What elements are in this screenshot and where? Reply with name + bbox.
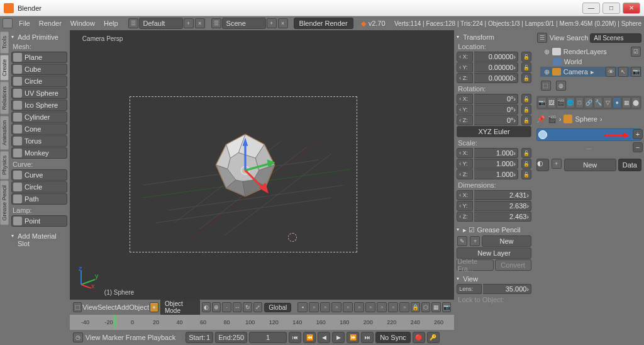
view-panel-header[interactable]: View (457, 273, 531, 283)
add-ico-sphere-button[interactable]: Ico Sphere (11, 99, 67, 111)
material-slot[interactable] (536, 128, 641, 141)
timeline-ruler[interactable]: -40-200204060801001201401601802002202402… (70, 315, 454, 330)
tl-menu-playback[interactable]: Playback (148, 334, 176, 341)
menu-file[interactable]: File (14, 18, 35, 28)
tree-row-renderlayers[interactable]: ⊕RenderLayers☑ (540, 47, 641, 57)
prop-tab-material[interactable]: ● (613, 97, 621, 108)
dim-y-field[interactable]: 2.638 › (474, 201, 531, 211)
add-plane-button[interactable]: Plane (11, 52, 67, 63)
tab-relations[interactable]: Relations (0, 82, 9, 115)
tab-create[interactable]: Create (0, 55, 9, 81)
vp-menu-select[interactable]: Select (97, 303, 117, 311)
rot-x-field[interactable]: 0° › (474, 94, 518, 104)
scene-browse-button[interactable]: ☰ (211, 18, 221, 28)
dim-z-field[interactable]: 2.463 › (474, 212, 531, 222)
lens-field[interactable]: 35.000 › (483, 284, 531, 294)
loc-z-lock[interactable]: 🔓 (521, 73, 531, 83)
render-engine-dropdown[interactable]: Blender Render (294, 18, 353, 29)
loc-y-field[interactable]: 0.00000 › (474, 62, 518, 72)
restrict-render-toggle[interactable]: 📷 (631, 67, 641, 77)
scene-name-field[interactable]: Scene (222, 18, 266, 29)
keying-set-button[interactable]: 🔑 (427, 332, 440, 343)
menu-help[interactable]: Help (99, 18, 123, 28)
panel-add-primitive[interactable]: Add Primitive (11, 31, 67, 42)
outliner-filter-1[interactable]: ⬚ (541, 81, 551, 91)
add-torus-button[interactable]: Torus (11, 135, 67, 147)
dim-x-field[interactable]: 2.431 › (474, 190, 531, 200)
restrict-select-toggle[interactable]: ↖ (618, 67, 628, 77)
sync-mode-dropdown[interactable]: No Sync (375, 332, 411, 343)
transform-panel-header[interactable]: Transform (457, 31, 531, 42)
menu-render[interactable]: Render (35, 18, 66, 28)
rot-y-lock[interactable]: 🔓 (521, 105, 531, 115)
prop-tab-scene[interactable]: 🎬 (557, 97, 565, 108)
keyframe-prev-button[interactable]: ⏪ (303, 332, 316, 343)
outliner-display-mode-dropdown[interactable]: All Scenes (590, 33, 641, 43)
keyframe-next-button[interactable]: ⏩ (347, 332, 359, 343)
manipulator-scale-button[interactable]: ⤢ (253, 302, 262, 312)
menu-window[interactable]: Window (66, 18, 99, 28)
tl-menu-view[interactable]: View (86, 334, 101, 341)
prop-tab-renderlayers[interactable]: 🖼 (547, 97, 556, 108)
vp-menu-view[interactable]: View (82, 303, 97, 311)
current-frame-field[interactable]: 1 (249, 332, 287, 343)
scene-delete-button[interactable]: × (278, 18, 288, 28)
gp-delete-frame-button[interactable]: Delete Fra... (457, 259, 493, 271)
rot-z-field[interactable]: 0° › (474, 115, 518, 125)
gp-new-button[interactable]: New (482, 235, 531, 247)
jump-to-end-button[interactable]: ⏭ (361, 332, 374, 343)
interaction-mode-dropdown[interactable]: Object Mode (160, 299, 200, 315)
breadcrumb-object[interactable]: Sphere (575, 115, 597, 123)
loc-x-field[interactable]: 0.00000 › (474, 52, 518, 62)
render-preview-button[interactable]: 📷 (442, 302, 451, 312)
last-operator-panel[interactable]: Add Material Slot (11, 230, 67, 248)
jump-to-start-button[interactable]: ⏮ (289, 332, 301, 343)
pivot-point-button[interactable]: ⊕ (212, 302, 221, 312)
loc-y-lock[interactable]: 🔓 (521, 62, 531, 72)
material-add-icon[interactable]: + (552, 159, 562, 169)
manipulator-translate-button[interactable]: ↔ (233, 302, 242, 312)
prop-tab-world[interactable]: 🌐 (566, 97, 575, 108)
add-cone-button[interactable]: Cone (11, 123, 67, 135)
rot-x-lock[interactable]: 🔓 (521, 94, 531, 104)
tl-menu-frame[interactable]: Frame (126, 334, 146, 341)
tl-menu-marker[interactable]: Marker (103, 334, 124, 341)
3d-cursor[interactable] (288, 233, 297, 242)
window-maximize-button[interactable]: □ (602, 3, 620, 14)
rot-y-field[interactable]: 0° › (474, 105, 518, 115)
layout-browse-button[interactable]: ☰ (128, 18, 138, 28)
prop-tab-data[interactable]: ▽ (603, 97, 612, 108)
gp-convert-button[interactable]: Convert (495, 259, 531, 271)
info-editor-type-icon[interactable] (3, 18, 13, 28)
pivot-toggle-button[interactable]: · (222, 302, 231, 312)
restrict-view-toggle[interactable]: 👁 (606, 67, 616, 77)
prop-tab-object[interactable]: □ (575, 97, 584, 108)
layer-buttons[interactable]: ▪▫▫▫▫ ▫▫▫▫▫ (297, 302, 410, 312)
scale-x-field[interactable]: 1.000 › (474, 148, 518, 158)
add-curve-button[interactable]: Curve (11, 169, 67, 181)
gp-draw-icon[interactable]: ✎ (457, 236, 467, 246)
window-minimize-button[interactable]: — (582, 3, 600, 14)
tab-animation[interactable]: Animation (0, 116, 9, 150)
material-link-dropdown[interactable]: Data (618, 159, 641, 171)
tab-tools[interactable]: Tools (0, 31, 9, 54)
add-point-lamp-button[interactable]: Point (11, 215, 67, 227)
play-button[interactable]: ▶ (332, 332, 345, 343)
prop-tab-modifiers[interactable]: 🔧 (594, 97, 602, 108)
material-new-button[interactable]: New (564, 159, 616, 171)
play-reverse-button[interactable]: ◀ (318, 332, 330, 343)
loc-z-field[interactable]: 0.00000 › (474, 73, 518, 83)
add-curve-circle-button[interactable]: Circle (11, 181, 67, 193)
mat-grip-icon[interactable]: ⸺ (536, 145, 641, 152)
remove-material-slot-button[interactable]: − (633, 142, 643, 152)
frame-start-field[interactable]: Start:1 (186, 332, 213, 343)
scale-x-lock[interactable]: 🔓 (521, 148, 531, 158)
layout-add-button[interactable]: + (184, 18, 194, 28)
timeline-editor-type-icon[interactable]: ◷ (73, 332, 83, 342)
scale-z-field[interactable]: 1.000 › (474, 169, 518, 179)
outliner-editor-type-icon[interactable]: ☰ (537, 33, 547, 43)
window-close-button[interactable]: ✕ (623, 3, 640, 14)
outliner-menu-view[interactable]: View (550, 34, 565, 42)
gp-add-icon[interactable]: + (470, 236, 480, 246)
renderlayers-toggle[interactable]: ☑ (631, 47, 641, 57)
